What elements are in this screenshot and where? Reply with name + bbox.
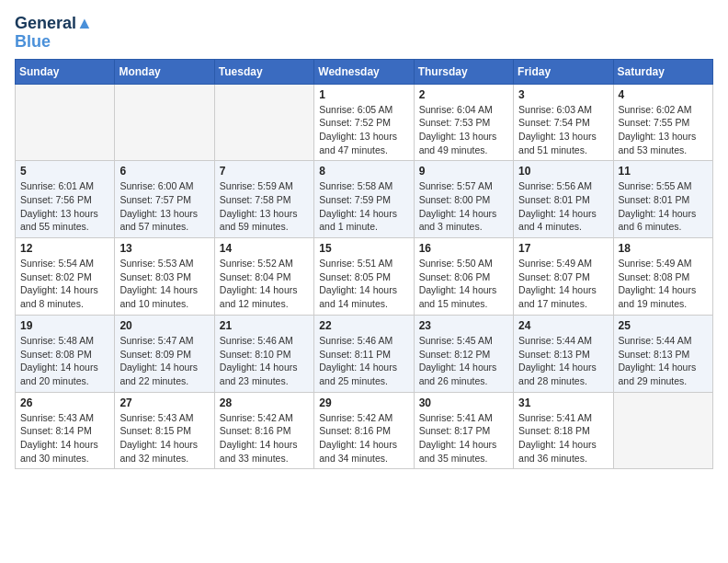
calendar-cell-10: 10Sunrise: 5:56 AM Sunset: 8:01 PM Dayli… [514,161,613,238]
calendar-cell-7: 7Sunrise: 5:59 AM Sunset: 7:58 PM Daylig… [214,161,313,238]
day-number: 10 [518,165,608,178]
day-info: Sunrise: 5:41 AM Sunset: 8:17 PM Dayligh… [419,411,508,465]
day-number: 23 [419,319,508,332]
weekday-header-friday: Friday [514,59,613,84]
weekday-header-saturday: Saturday [613,59,712,84]
day-info: Sunrise: 5:44 AM Sunset: 8:13 PM Dayligh… [518,334,608,388]
logo-text-blue: Blue [15,33,51,52]
day-number: 6 [119,165,209,178]
day-number: 18 [619,242,708,255]
calendar-cell-23: 23Sunrise: 5:45 AM Sunset: 8:12 PM Dayli… [414,315,513,392]
calendar-cell-1: 1Sunrise: 6:05 AM Sunset: 7:52 PM Daylig… [314,84,414,161]
logo-text: General▲ [15,15,93,33]
day-number: 24 [518,319,608,332]
day-number: 28 [220,396,309,409]
calendar-cell-empty [613,392,712,469]
day-number: 2 [419,88,508,101]
day-info: Sunrise: 5:43 AM Sunset: 8:14 PM Dayligh… [20,411,109,465]
day-info: Sunrise: 6:01 AM Sunset: 7:56 PM Dayligh… [20,179,109,234]
day-info: Sunrise: 5:52 AM Sunset: 8:04 PM Dayligh… [220,257,309,311]
calendar-cell-26: 26Sunrise: 5:43 AM Sunset: 8:14 PM Dayli… [16,392,115,469]
calendar: SundayMondayTuesdayWednesdayThursdayFrid… [15,59,713,470]
calendar-cell-27: 27Sunrise: 5:43 AM Sunset: 8:15 PM Dayli… [115,392,214,469]
calendar-cell-24: 24Sunrise: 5:44 AM Sunset: 8:13 PM Dayli… [514,315,613,392]
calendar-cell-4: 4Sunrise: 6:02 AM Sunset: 7:55 PM Daylig… [613,84,712,161]
day-info: Sunrise: 6:00 AM Sunset: 7:57 PM Dayligh… [119,179,209,234]
day-number: 22 [319,319,408,332]
calendar-row-1: 1Sunrise: 6:05 AM Sunset: 7:52 PM Daylig… [16,84,713,161]
calendar-cell-30: 30Sunrise: 5:41 AM Sunset: 8:17 PM Dayli… [414,392,513,469]
day-info: Sunrise: 5:59 AM Sunset: 7:58 PM Dayligh… [220,179,309,234]
day-number: 16 [419,242,508,255]
day-number: 1 [319,88,408,101]
day-info: Sunrise: 5:47 AM Sunset: 8:09 PM Dayligh… [119,334,209,388]
weekday-header-monday: Monday [115,59,214,84]
day-info: Sunrise: 5:58 AM Sunset: 7:59 PM Dayligh… [319,179,408,234]
day-info: Sunrise: 6:02 AM Sunset: 7:55 PM Dayligh… [619,103,708,157]
day-info: Sunrise: 6:04 AM Sunset: 7:53 PM Dayligh… [419,103,508,157]
calendar-row-4: 19Sunrise: 5:48 AM Sunset: 8:08 PM Dayli… [16,315,713,392]
day-number: 26 [20,396,109,409]
day-info: Sunrise: 5:56 AM Sunset: 8:01 PM Dayligh… [518,179,608,234]
day-number: 9 [419,165,508,178]
day-number: 5 [20,165,109,178]
calendar-cell-16: 16Sunrise: 5:50 AM Sunset: 8:06 PM Dayli… [414,238,513,316]
day-number: 25 [619,319,708,332]
day-number: 4 [619,88,708,101]
calendar-cell-14: 14Sunrise: 5:52 AM Sunset: 8:04 PM Dayli… [214,238,313,316]
calendar-cell-18: 18Sunrise: 5:49 AM Sunset: 8:08 PM Dayli… [613,238,712,316]
day-info: Sunrise: 6:05 AM Sunset: 7:52 PM Dayligh… [319,103,408,157]
calendar-row-3: 12Sunrise: 5:54 AM Sunset: 8:02 PM Dayli… [16,238,713,316]
day-info: Sunrise: 5:55 AM Sunset: 8:01 PM Dayligh… [619,179,708,234]
calendar-cell-12: 12Sunrise: 5:54 AM Sunset: 8:02 PM Dayli… [16,238,115,316]
day-info: Sunrise: 5:57 AM Sunset: 8:00 PM Dayligh… [419,179,508,234]
day-number: 17 [518,242,608,255]
calendar-cell-empty [115,84,214,161]
day-number: 30 [419,396,508,409]
day-info: Sunrise: 5:53 AM Sunset: 8:03 PM Dayligh… [119,257,209,311]
day-info: Sunrise: 5:42 AM Sunset: 8:16 PM Dayligh… [319,411,408,465]
day-number: 12 [20,242,109,255]
calendar-cell-20: 20Sunrise: 5:47 AM Sunset: 8:09 PM Dayli… [115,315,214,392]
day-info: Sunrise: 5:51 AM Sunset: 8:05 PM Dayligh… [319,257,408,311]
calendar-cell-2: 2Sunrise: 6:04 AM Sunset: 7:53 PM Daylig… [414,84,513,161]
day-info: Sunrise: 5:46 AM Sunset: 8:11 PM Dayligh… [319,334,408,388]
calendar-row-2: 5Sunrise: 6:01 AM Sunset: 7:56 PM Daylig… [16,161,713,238]
calendar-cell-17: 17Sunrise: 5:49 AM Sunset: 8:07 PM Dayli… [514,238,613,316]
calendar-cell-28: 28Sunrise: 5:42 AM Sunset: 8:16 PM Dayli… [214,392,313,469]
day-number: 8 [319,165,408,178]
day-number: 7 [220,165,309,178]
day-info: Sunrise: 6:03 AM Sunset: 7:54 PM Dayligh… [518,103,608,157]
day-info: Sunrise: 5:43 AM Sunset: 8:15 PM Dayligh… [119,411,209,465]
day-number: 20 [119,319,209,332]
day-info: Sunrise: 5:49 AM Sunset: 8:07 PM Dayligh… [518,257,608,311]
calendar-cell-5: 5Sunrise: 6:01 AM Sunset: 7:56 PM Daylig… [16,161,115,238]
page-header: General▲ Blue [15,15,713,52]
day-number: 27 [119,396,209,409]
calendar-cell-15: 15Sunrise: 5:51 AM Sunset: 8:05 PM Dayli… [314,238,414,316]
day-number: 29 [319,396,408,409]
calendar-cell-empty [16,84,115,161]
day-info: Sunrise: 5:42 AM Sunset: 8:16 PM Dayligh… [220,411,309,465]
day-info: Sunrise: 5:41 AM Sunset: 8:18 PM Dayligh… [518,411,608,465]
day-number: 31 [518,396,608,409]
day-info: Sunrise: 5:54 AM Sunset: 8:02 PM Dayligh… [20,257,109,311]
day-info: Sunrise: 5:48 AM Sunset: 8:08 PM Dayligh… [20,334,109,388]
day-number: 11 [619,165,708,178]
calendar-cell-3: 3Sunrise: 6:03 AM Sunset: 7:54 PM Daylig… [514,84,613,161]
day-number: 14 [220,242,309,255]
day-number: 13 [119,242,209,255]
calendar-cell-11: 11Sunrise: 5:55 AM Sunset: 8:01 PM Dayli… [613,161,712,238]
weekday-header-row: SundayMondayTuesdayWednesdayThursdayFrid… [16,59,713,84]
calendar-cell-9: 9Sunrise: 5:57 AM Sunset: 8:00 PM Daylig… [414,161,513,238]
calendar-cell-31: 31Sunrise: 5:41 AM Sunset: 8:18 PM Dayli… [514,392,613,469]
day-number: 3 [518,88,608,101]
day-number: 21 [220,319,309,332]
calendar-cell-6: 6Sunrise: 6:00 AM Sunset: 7:57 PM Daylig… [115,161,214,238]
day-info: Sunrise: 5:49 AM Sunset: 8:08 PM Dayligh… [619,257,708,311]
day-info: Sunrise: 5:50 AM Sunset: 8:06 PM Dayligh… [419,257,508,311]
weekday-header-tuesday: Tuesday [214,59,313,84]
day-info: Sunrise: 5:45 AM Sunset: 8:12 PM Dayligh… [419,334,508,388]
calendar-cell-19: 19Sunrise: 5:48 AM Sunset: 8:08 PM Dayli… [16,315,115,392]
day-info: Sunrise: 5:44 AM Sunset: 8:13 PM Dayligh… [619,334,708,388]
